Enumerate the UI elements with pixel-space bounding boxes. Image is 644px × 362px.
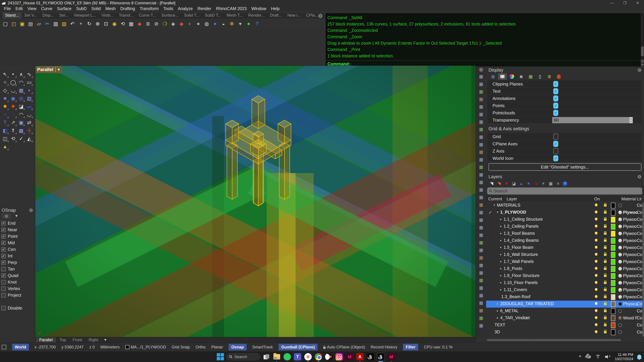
notification-bell-icon[interactable] — [637, 355, 641, 359]
taskbar-instagram-icon[interactable] — [335, 353, 343, 361]
layer-expand-icon[interactable]: ▸ — [500, 288, 502, 291]
toggle-cplane-axes[interactable]: ✓ — [553, 141, 558, 147]
toolbar-tab-7[interactable]: Curve T... — [136, 12, 159, 18]
osnap-toggle[interactable]: Osnap — [229, 344, 246, 351]
scroll-up-icon[interactable]: ▲ — [641, 59, 644, 63]
toolbar-tab-0[interactable]: Stand... — [2, 12, 22, 18]
cplane-grid-icon-15[interactable]: ▦ — [477, 178, 486, 186]
layer-row-4-tar-vindt-t[interactable]: ▸4_TAR_VindtætWood FCo — [486, 315, 642, 322]
layer-visibility-bulb-icon[interactable] — [595, 204, 598, 206]
zoom-window-icon[interactable]: ⊡ — [102, 19, 110, 28]
duplicate-layer-icon[interactable]: ◪ — [511, 181, 517, 186]
color-wheel-icon[interactable] — [507, 73, 516, 80]
coord-z[interactable]: z 0 — [89, 345, 94, 350]
object-display-icon[interactable]: ≣ — [144, 19, 152, 28]
layer-row-1-2-ceiling-panels[interactable]: ▸1.2_Ceiling PanelsPlywooCo — [486, 223, 642, 230]
toolbar-tab-4[interactable]: Viewport L... — [71, 12, 99, 18]
layer-expand-icon[interactable]: ▸ — [500, 217, 502, 221]
layer-expand-icon[interactable]: ▸ — [500, 274, 502, 277]
taskbar-search[interactable]: Search — [226, 353, 260, 361]
world-cplane-button[interactable]: World — [12, 344, 29, 351]
title-bar[interactable]: 241027_House 01_PLYWOOD ONLY_EF.3dm (92 … — [0, 0, 644, 6]
taskbar-whatsapp-icon[interactable] — [283, 353, 291, 361]
windows-start-button[interactable] — [217, 353, 224, 361]
layer-material-icon[interactable] — [618, 330, 622, 334]
menu-mesh[interactable]: Mesh — [103, 6, 118, 11]
cplane-grid-icon-28[interactable]: ▦ — [477, 277, 486, 284]
offset-icon[interactable]: ◫ — [1, 134, 9, 142]
arc-blend-icon[interactable]: ◠ — [17, 110, 25, 118]
cplane-grid-icon-22[interactable]: ▦ — [477, 231, 486, 239]
surface-points-icon[interactable]: ▦ — [17, 86, 25, 94]
cplane-grid-icon-33[interactable]: ▦ — [477, 314, 486, 322]
cplane-grid-icon-7[interactable]: ▦ — [477, 118, 486, 126]
surface-patch-icon[interactable]: ▨ — [25, 94, 33, 102]
list-menu-icon[interactable]: ≡ — [555, 181, 561, 186]
cut-icon[interactable]: ✂ — [43, 19, 51, 28]
viewport-tab-parallel[interactable]: Parallel — [36, 337, 56, 342]
layer-lock-icon[interactable] — [604, 310, 606, 312]
layer-visibility-bulb-icon[interactable] — [595, 330, 598, 333]
coord-x[interactable]: x -2372.700 — [34, 345, 56, 350]
cplane-grid-icon-9[interactable]: ▦ — [477, 133, 486, 141]
layer-expand-icon[interactable]: ▸ — [500, 253, 502, 256]
cplane-grid-icon-17[interactable]: ▦ — [477, 194, 486, 201]
layer-row-1-1-ceiling-structure[interactable]: ▸1.1_Ceiling StructurePlywooCo — [486, 216, 642, 223]
osnap-checkbox-end[interactable]: ✓ — [1, 221, 6, 226]
column-on[interactable]: On — [594, 196, 600, 202]
extract-surface-icon[interactable]: ◪ — [17, 102, 25, 110]
layer-lock-icon[interactable] — [604, 219, 606, 221]
viewport-canvas[interactable]: Parallel ▼ ↙ — [35, 65, 476, 337]
layer-visibility-bulb-icon[interactable] — [595, 302, 598, 305]
pan-hand-icon[interactable]: + — [77, 19, 85, 28]
color-picker-icon[interactable]: ◐ — [186, 19, 194, 28]
toolbar-tab-2[interactable]: Disp... — [40, 12, 56, 18]
hand-pyramid-icon[interactable]: ▲ — [1, 142, 9, 151]
copy-icon[interactable]: ▥ — [52, 19, 60, 28]
menu-drafting[interactable]: Drafting — [118, 6, 138, 11]
layer-material-icon[interactable] — [618, 204, 622, 207]
arc-continue-icon[interactable]: ◡ — [25, 110, 33, 118]
cplane-grid-icon-6[interactable]: ▦ — [477, 110, 486, 118]
viewport-pane-icon[interactable] — [2, 345, 6, 350]
layer-material-icon[interactable] — [618, 323, 622, 327]
layer-visibility-bulb-icon[interactable] — [595, 218, 598, 220]
menu-tools[interactable]: Tools — [161, 6, 176, 11]
lock-objects-icon[interactable]: ◈ — [169, 19, 177, 28]
cplane-grid-icon-24[interactable]: ▦ — [477, 246, 486, 254]
cplane-grid-icon-32[interactable]: ▦ — [477, 307, 486, 314]
layer-expand-icon[interactable]: ▸ — [497, 309, 498, 313]
collapse-icon[interactable]: ◀ — [533, 181, 539, 186]
cplane-grid-icon-25[interactable]: ▦ — [477, 254, 486, 261]
layer-material-icon[interactable] — [618, 267, 622, 271]
layer-color-swatch[interactable] — [611, 287, 615, 293]
layer-color-swatch[interactable] — [611, 224, 615, 230]
layer-color-swatch[interactable] — [611, 252, 615, 258]
help-icon[interactable]: ? — [253, 19, 261, 28]
menu-window[interactable]: Window — [249, 6, 269, 11]
transparency-input[interactable]: 60▲▼ — [552, 117, 633, 123]
layer-material-icon[interactable] — [618, 253, 622, 257]
new-sublayer-icon[interactable]: ◥ — [496, 181, 502, 186]
layer-material-icon[interactable] — [618, 211, 622, 214]
display-gear-icon[interactable] — [637, 68, 642, 72]
layers-gear-icon[interactable] — [637, 175, 642, 179]
taskbar-rhino-active-icon[interactable]: 8 — [377, 353, 385, 361]
toolbar-tab-14[interactable]: New i... — [285, 12, 304, 18]
context-menu-icon[interactable]: ▾ — [236, 19, 244, 28]
layer-expand-icon[interactable]: ▸ — [500, 267, 502, 270]
grid-chart-icon[interactable]: ▦ — [526, 73, 535, 80]
gumball-toggle[interactable]: Gumball (CPlane) — [279, 344, 318, 351]
spinner-up-icon[interactable]: ▲ — [630, 117, 633, 120]
layer-lock-icon[interactable] — [604, 268, 606, 270]
cplane-grid-icon-8[interactable]: ▦ — [477, 126, 486, 133]
layer-expand-icon[interactable]: ▸ — [500, 225, 502, 228]
cpu-use-label[interactable]: CPU use: 0.1 % — [424, 345, 452, 350]
close-button[interactable]: ✕ — [631, 0, 644, 6]
toggle-grid[interactable] — [553, 134, 558, 140]
taskbar-teams-icon[interactable]: T — [294, 353, 302, 361]
layer-visibility-bulb-icon[interactable] — [595, 323, 598, 326]
layer-material-icon[interactable] — [618, 295, 622, 299]
zoom-selected-icon[interactable]: ◉ — [110, 19, 118, 28]
explode-icon[interactable]: ✸ — [1, 102, 9, 110]
